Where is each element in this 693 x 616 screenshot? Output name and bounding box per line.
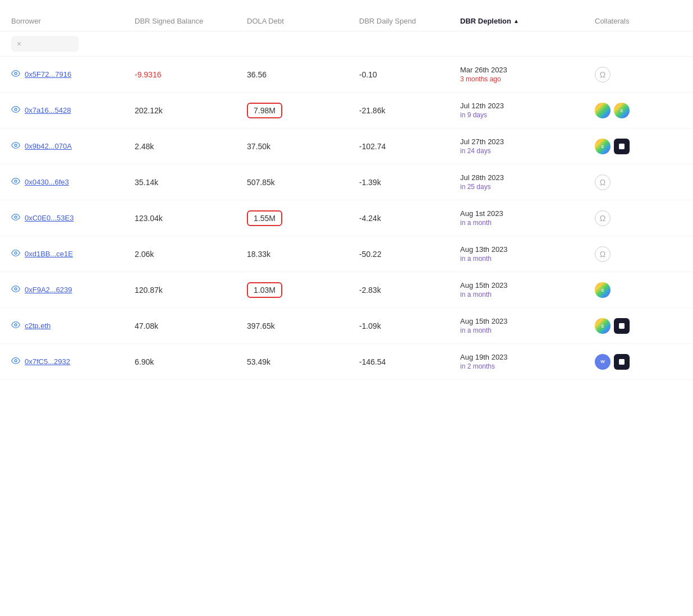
dbr-daily-spend: -21.86k bbox=[359, 106, 460, 115]
dbr-signed-balance: 6.90k bbox=[135, 357, 247, 366]
svg-point-7 bbox=[15, 288, 17, 290]
depletion-relative: in 2 months bbox=[460, 362, 595, 370]
svg-rect-3 bbox=[619, 144, 625, 149]
svg-point-4 bbox=[15, 180, 17, 182]
svg-rect-9 bbox=[619, 323, 625, 329]
svg-point-8 bbox=[15, 324, 17, 326]
borrower-cell: 0xC0E0...53E3 bbox=[11, 213, 135, 224]
borrower-address[interactable]: 0x7a16...5428 bbox=[25, 106, 71, 114]
borrower-address[interactable]: 0xF9A2...6239 bbox=[25, 286, 72, 294]
dbr-depletion: Aug 13th 2023in a month bbox=[460, 245, 595, 263]
dbr-depletion: Jul 12th 2023in 9 days bbox=[460, 102, 595, 119]
eye-icon[interactable] bbox=[11, 213, 20, 224]
table-row: 0x7fC5...29326.90k53.49k-146.54Aug 19th … bbox=[0, 344, 693, 380]
eye-icon[interactable] bbox=[11, 105, 20, 116]
table-row: 0xC0E0...53E3123.04k1.55M-4.24kAug 1st 2… bbox=[0, 200, 693, 236]
dbr-depletion: Mar 26th 20233 months ago bbox=[460, 66, 595, 83]
eye-icon[interactable] bbox=[11, 284, 20, 296]
borrower-cell: 0xF9A2...6239 bbox=[11, 284, 135, 296]
filter-row: × bbox=[0, 31, 693, 57]
depletion-date: Jul 12th 2023 bbox=[460, 102, 595, 110]
depletion-relative: in a month bbox=[460, 255, 595, 263]
col-header-borrower: Borrower bbox=[11, 17, 135, 25]
collaterals-cell: c bbox=[595, 139, 693, 154]
dola-debt: 36.56 bbox=[247, 70, 359, 79]
col-header-dbr-depletion[interactable]: DBR Depletion ▲ bbox=[460, 17, 595, 25]
collaterals-cell: Ω bbox=[595, 210, 693, 226]
borrower-cell: 0x9b42...070A bbox=[11, 141, 135, 152]
black-collateral-icon bbox=[614, 139, 630, 154]
dola-debt: 53.49k bbox=[247, 357, 359, 366]
black-collateral-icon bbox=[614, 354, 630, 370]
black-collateral-icon bbox=[614, 318, 630, 334]
dbr-depletion: Aug 15th 2023in a month bbox=[460, 317, 595, 334]
borrower-address[interactable]: 0x9b42...070A bbox=[25, 142, 72, 150]
borrower-cell: 0x0430...6fe3 bbox=[11, 177, 135, 188]
col-header-collaterals: Collaterals bbox=[595, 17, 693, 25]
borrower-filter[interactable]: × bbox=[11, 36, 79, 52]
sort-arrow-icon: ▲ bbox=[513, 18, 519, 24]
collaterals-cell: W bbox=[595, 354, 693, 370]
dbr-depletion: Aug 15th 2023in a month bbox=[460, 281, 595, 298]
dbr-daily-spend: -1.39k bbox=[359, 178, 460, 187]
table-body: 0x5F72...7916-9.931636.56-0.10Mar 26th 2… bbox=[0, 57, 693, 380]
rainbow-c-icon: c bbox=[595, 282, 611, 298]
omega-icon: Ω bbox=[595, 210, 611, 226]
table-header: Borrower DBR Signed Balance DOLA Debt DB… bbox=[0, 11, 693, 31]
dola-debt: 1.03M bbox=[247, 282, 359, 298]
depletion-relative: 3 months ago bbox=[460, 75, 595, 83]
dola-debt: 37.50k bbox=[247, 142, 359, 151]
dbr-daily-spend: -0.10 bbox=[359, 70, 460, 79]
svg-point-2 bbox=[15, 144, 17, 146]
svg-rect-11 bbox=[619, 359, 625, 365]
borrower-address[interactable]: c2tp.eth bbox=[25, 321, 51, 330]
eye-icon[interactable] bbox=[11, 177, 20, 188]
collaterals-cell: Ω bbox=[595, 246, 693, 262]
dbr-daily-spend: -50.22 bbox=[359, 250, 460, 259]
dbr-signed-balance: 47.08k bbox=[135, 321, 247, 330]
dbr-daily-spend: -2.83k bbox=[359, 286, 460, 295]
table-row: 0xd1BB...ce1E2.06k18.33k-50.22Aug 13th 2… bbox=[0, 236, 693, 272]
depletion-date: Aug 1st 2023 bbox=[460, 209, 595, 218]
svg-point-6 bbox=[15, 252, 17, 254]
weth-icon: W bbox=[595, 354, 611, 370]
depletion-relative: in a month bbox=[460, 219, 595, 227]
borrower-address[interactable]: 0x7fC5...2932 bbox=[25, 357, 70, 366]
borrower-cell: 0xd1BB...ce1E bbox=[11, 249, 135, 260]
dbr-signed-balance: 202.12k bbox=[135, 106, 247, 115]
collaterals-cell: Ω bbox=[595, 67, 693, 82]
col-header-dbr-daily: DBR Daily Spend bbox=[359, 17, 460, 25]
depletion-date: Jul 27th 2023 bbox=[460, 137, 595, 146]
eye-icon[interactable] bbox=[11, 249, 20, 260]
eye-icon[interactable] bbox=[11, 69, 20, 80]
depletion-date: Aug 13th 2023 bbox=[460, 245, 595, 254]
dbr-depletion: Jul 28th 2023in 25 days bbox=[460, 173, 595, 191]
omega-icon: Ω bbox=[595, 174, 611, 190]
borrower-address[interactable]: 0x0430...6fe3 bbox=[25, 178, 69, 186]
omega-icon: Ω bbox=[595, 246, 611, 262]
svg-point-1 bbox=[15, 108, 17, 111]
collaterals-cell: c bbox=[595, 318, 693, 334]
borrower-cell: 0x7fC5...2932 bbox=[11, 356, 135, 367]
borrower-address[interactable]: 0xd1BB...ce1E bbox=[25, 250, 73, 258]
borrower-address[interactable]: 0xC0E0...53E3 bbox=[25, 214, 74, 222]
dbr-depletion: Aug 1st 2023in a month bbox=[460, 209, 595, 227]
eye-icon[interactable] bbox=[11, 356, 20, 367]
omega-icon: Ω bbox=[595, 67, 611, 82]
dola-debt: 7.98M bbox=[247, 103, 359, 118]
borrower-address[interactable]: 0x5F72...7916 bbox=[25, 70, 71, 79]
col-header-dola-debt: DOLA Debt bbox=[247, 17, 359, 25]
eye-icon[interactable] bbox=[11, 320, 20, 332]
eye-icon[interactable] bbox=[11, 141, 20, 152]
table-row: 0x7a16...5428202.12k7.98M-21.86kJul 12th… bbox=[0, 93, 693, 128]
table-row: 0x9b42...070A2.48k37.50k-102.74Jul 27th … bbox=[0, 128, 693, 164]
table-row: c2tp.eth47.08k397.65k-1.09kAug 15th 2023… bbox=[0, 308, 693, 344]
col-header-dbr-balance: DBR Signed Balance bbox=[135, 17, 247, 25]
rainbow-c-icon: c bbox=[595, 139, 611, 154]
table-row: 0xF9A2...6239120.87k1.03M-2.83kAug 15th … bbox=[0, 272, 693, 308]
table-row: 0x5F72...7916-9.931636.56-0.10Mar 26th 2… bbox=[0, 57, 693, 93]
collaterals-cell: c bbox=[595, 103, 693, 118]
filter-clear-icon[interactable]: × bbox=[17, 39, 21, 48]
depletion-relative: in 25 days bbox=[460, 183, 595, 191]
borrower-cell: c2tp.eth bbox=[11, 320, 135, 332]
